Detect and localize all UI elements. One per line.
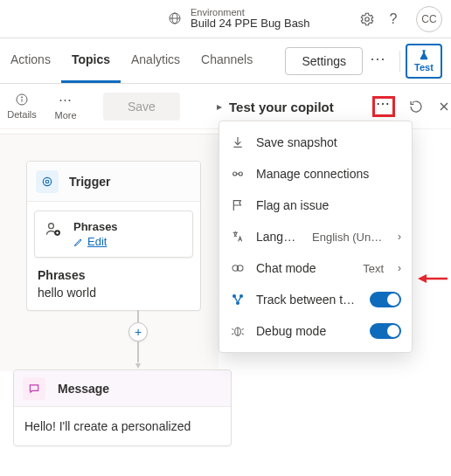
svg-point-10 xyxy=(43,177,51,185)
avatar[interactable]: CC xyxy=(416,6,442,32)
message-body[interactable]: Hello! I'll create a personalized xyxy=(14,407,231,445)
help-icon[interactable]: ? xyxy=(385,10,402,28)
ellipsis-icon: ⋯ xyxy=(376,95,392,112)
svg-point-14 xyxy=(233,172,237,176)
svg-line-22 xyxy=(235,297,238,301)
menu-item-label: Flag an issue xyxy=(256,198,401,212)
details-button[interactable]: Details xyxy=(0,93,44,120)
header-bar: Environment Build 24 PPE Bug Bash ? CC xyxy=(0,0,451,38)
menu-item-label: Save snapshot xyxy=(256,135,401,149)
gear-icon[interactable] xyxy=(358,10,376,28)
track-icon xyxy=(230,292,246,307)
tab-actions[interactable]: Actions xyxy=(0,38,61,83)
collapse-caret-icon[interactable]: ▸ xyxy=(217,100,222,113)
message-title: Message xyxy=(58,382,109,396)
test-panel-menu: Save snapshot Manage connections Flag an… xyxy=(219,121,413,353)
svg-point-3 xyxy=(365,17,370,21)
track-toggle[interactable] xyxy=(370,292,401,307)
test-button-label: Test xyxy=(414,63,434,72)
language-icon xyxy=(230,229,246,245)
add-node-button[interactable]: + xyxy=(128,322,148,341)
download-icon xyxy=(230,135,246,150)
annotation-arrow-icon xyxy=(418,272,449,286)
tab-analytics[interactable]: Analytics xyxy=(121,38,191,83)
test-panel-title: Test your copilot xyxy=(229,100,365,114)
menu-save-snapshot[interactable]: Save snapshot xyxy=(219,127,412,158)
phrases-value: hello world xyxy=(38,286,190,300)
menu-debug-mode[interactable]: Debug mode xyxy=(219,315,412,347)
close-icon[interactable] xyxy=(437,100,451,114)
menu-item-label: Manage connections xyxy=(256,167,401,181)
more-button[interactable]: ⋯ More xyxy=(44,92,87,121)
menu-chat-mode[interactable]: Chat mode Text › xyxy=(219,252,412,284)
connections-icon xyxy=(230,166,246,182)
message-icon xyxy=(23,377,45,400)
chevron-down-icon: ▾ xyxy=(135,359,141,371)
menu-language[interactable]: Language English (United States) › xyxy=(219,221,412,252)
menu-flag-issue[interactable]: Flag an issue xyxy=(219,190,412,221)
svg-point-15 xyxy=(239,172,242,176)
reload-icon[interactable] xyxy=(409,100,423,114)
trigger-icon xyxy=(36,170,59,193)
command-bar-overflow[interactable]: ⋯ xyxy=(370,49,387,68)
menu-item-label: Debug mode xyxy=(256,324,359,338)
chevron-right-icon: › xyxy=(398,262,401,274)
phrases-summary: Phrases hello world xyxy=(27,266,200,310)
svg-point-11 xyxy=(49,224,54,229)
menu-item-value: English (United States) xyxy=(312,231,384,244)
svg-line-28 xyxy=(232,334,233,335)
phrases-card[interactable]: Phrases Edit xyxy=(34,210,193,258)
settings-button[interactable]: Settings xyxy=(285,47,363,75)
menu-item-label: Language xyxy=(256,230,302,244)
save-button[interactable]: Save xyxy=(103,93,180,121)
svg-point-21 xyxy=(236,301,239,305)
chat-mode-icon xyxy=(230,260,246,276)
svg-line-26 xyxy=(232,328,233,329)
menu-manage-connections[interactable]: Manage connections xyxy=(219,158,412,190)
user-chat-icon xyxy=(44,220,63,238)
details-label: Details xyxy=(7,109,37,120)
flag-icon xyxy=(230,197,246,213)
nav-tabs: Actions Topics Analytics Channels xyxy=(0,38,263,83)
more-label: More xyxy=(54,110,76,121)
menu-item-label: Chat mode xyxy=(256,261,352,275)
trigger-node[interactable]: Trigger Phrases xyxy=(26,161,201,311)
svg-line-29 xyxy=(242,334,244,335)
test-button[interactable]: Test xyxy=(406,44,442,79)
bug-icon xyxy=(230,323,246,339)
ellipsis-icon: ⋯ xyxy=(59,92,73,107)
menu-track-between-topics[interactable]: Track between topics xyxy=(219,284,412,315)
environment-icon xyxy=(166,10,184,27)
menu-item-label: Track between topics xyxy=(256,293,359,307)
info-icon xyxy=(15,93,29,107)
environment-picker[interactable]: Environment Build 24 PPE Bug Bash xyxy=(166,7,310,31)
menu-item-value: Text xyxy=(363,262,384,275)
divider xyxy=(399,51,400,72)
svg-point-9 xyxy=(45,180,49,183)
command-bar: Actions Topics Analytics Channels Settin… xyxy=(0,38,451,84)
phrases-edit-link[interactable]: Edit xyxy=(73,235,118,248)
environment-name: Build 24 PPE Bug Bash xyxy=(191,17,310,31)
test-panel-overflow-button[interactable]: ⋯ xyxy=(372,96,395,117)
edit-label: Edit xyxy=(87,235,107,248)
tab-channels[interactable]: Channels xyxy=(191,38,263,83)
message-node[interactable]: Message Hello! I'll create a personalize… xyxy=(13,369,232,446)
svg-line-23 xyxy=(239,297,241,301)
svg-marker-31 xyxy=(418,274,427,283)
authoring-canvas[interactable]: Trigger Phrases xyxy=(0,134,219,446)
beaker-icon xyxy=(418,49,430,61)
phrases-label: Phrases xyxy=(38,268,190,282)
phrases-card-title: Phrases xyxy=(73,220,118,233)
chevron-right-icon: › xyxy=(398,231,401,243)
trigger-title: Trigger xyxy=(69,175,110,189)
debug-toggle[interactable] xyxy=(370,323,401,339)
pencil-icon xyxy=(73,237,84,247)
tab-topics[interactable]: Topics xyxy=(61,38,121,83)
svg-line-27 xyxy=(242,328,244,329)
svg-point-6 xyxy=(21,97,22,98)
